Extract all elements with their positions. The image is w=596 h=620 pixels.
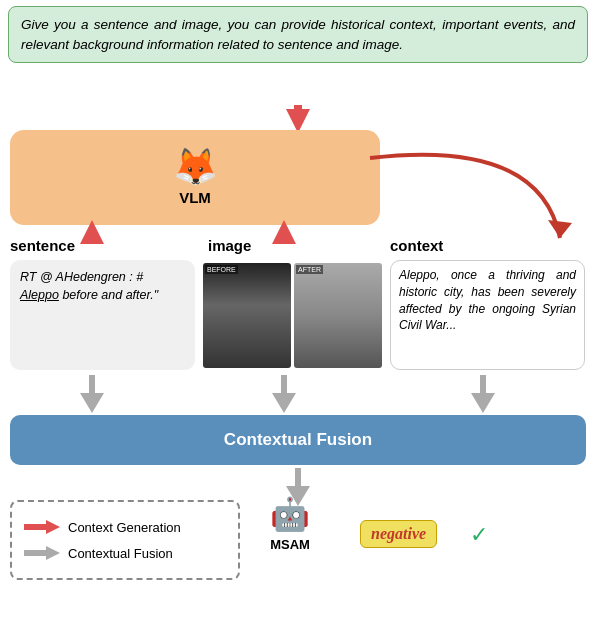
img-after-label: AFTER	[296, 265, 323, 274]
sentence-text-suffix: before and after."	[59, 288, 158, 302]
context-text-box: Aleppo, once a thriving and historic cit…	[390, 260, 585, 370]
svg-rect-13	[24, 524, 48, 530]
legend-fusion-label: Contextual Fusion	[68, 546, 173, 561]
sentence-aleppo: Aleppo	[20, 288, 59, 302]
context-label: context	[390, 237, 443, 254]
dragon-icon: 🦊	[173, 149, 218, 185]
svg-marker-6	[80, 393, 104, 413]
sentence-text-prefix: RT @ AHedengren : #	[20, 270, 143, 284]
vlm-box: 🦊 VLM	[10, 130, 380, 225]
checkmark-icon: ✓	[470, 522, 488, 548]
svg-marker-16	[46, 546, 60, 560]
legend-box: Context Generation Contextual Fusion	[10, 500, 240, 580]
msam-robot-icon: 🤖	[270, 495, 310, 533]
image-before: BEFORE	[203, 263, 291, 368]
arrow-sentence-to-vlm	[78, 220, 106, 248]
top-description-text: Give you a sentence and image, you can p…	[21, 17, 575, 52]
arrow-top-to-vlm	[282, 105, 314, 133]
svg-marker-4	[272, 220, 296, 244]
arrow-image-to-fusion	[270, 375, 298, 413]
legend-contextual-fusion: Contextual Fusion	[24, 545, 226, 561]
svg-marker-3	[80, 220, 104, 244]
img-before-label: BEFORE	[205, 265, 238, 274]
svg-marker-14	[46, 520, 60, 534]
negative-text: negative	[371, 525, 426, 542]
image-box: BEFORE AFTER	[200, 260, 385, 370]
msam-area: 🤖 MSAM	[270, 495, 310, 552]
arrow-sentence-to-fusion	[78, 375, 106, 413]
checkmark-symbol: ✓	[470, 522, 488, 547]
sentence-label: sentence	[10, 237, 75, 254]
svg-marker-2	[548, 220, 572, 238]
context-text: Aleppo, once a thriving and historic cit…	[399, 268, 576, 332]
svg-marker-10	[471, 393, 495, 413]
svg-rect-1	[294, 105, 302, 113]
arrow-context-to-fusion	[469, 375, 497, 413]
image-label: image	[208, 237, 251, 254]
msam-label: MSAM	[270, 537, 310, 552]
negative-badge: negative	[360, 520, 437, 548]
contextual-fusion-box: Contextual Fusion	[10, 415, 586, 465]
legend-context-generation: Context Generation	[24, 519, 226, 535]
legend-context-gen-label: Context Generation	[68, 520, 181, 535]
top-description-box: Give you a sentence and image, you can p…	[8, 6, 588, 63]
arrow-image-to-vlm	[270, 220, 298, 248]
sentence-box: RT @ AHedengren : # Aleppo before and af…	[10, 260, 195, 370]
fusion-label: Contextual Fusion	[224, 430, 372, 450]
vlm-label: VLM	[179, 189, 211, 206]
svg-marker-8	[272, 393, 296, 413]
svg-rect-15	[24, 550, 48, 556]
image-after: AFTER	[294, 263, 382, 368]
